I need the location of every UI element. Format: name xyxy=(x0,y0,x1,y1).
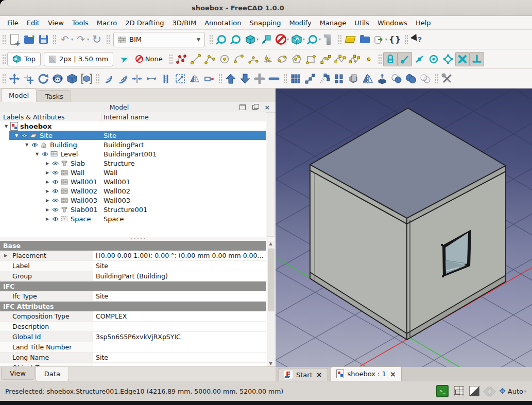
orientation-button[interactable]: ➤ xyxy=(116,52,131,66)
toolbar-grip[interactable] xyxy=(52,34,56,45)
view-cube-button[interactable] xyxy=(289,32,304,47)
tab-tasks[interactable]: Tasks xyxy=(38,90,71,102)
upgrade-button[interactable] xyxy=(224,72,238,86)
draft-polygon-button[interactable] xyxy=(289,52,304,66)
menu-tools[interactable]: Tools xyxy=(68,17,93,28)
toolbar-grip[interactable] xyxy=(2,73,6,84)
property-group-base[interactable]: Base xyxy=(0,241,266,251)
bim-utils-button[interactable] xyxy=(440,72,454,86)
export-button[interactable] xyxy=(372,32,386,47)
python-console-icon[interactable]: >_ xyxy=(436,385,449,397)
panel-splitter[interactable] xyxy=(0,237,276,241)
expander-icon[interactable]: ▼ xyxy=(13,133,20,138)
open-document-button[interactable] xyxy=(22,32,36,47)
close-tab-icon[interactable]: × xyxy=(316,371,322,379)
draw-style-icon[interactable] xyxy=(469,386,479,396)
visibility-eye-icon[interactable] xyxy=(50,170,60,175)
visibility-eye-icon[interactable] xyxy=(50,161,60,166)
redo-dropdown-caret[interactable]: ▾ xyxy=(87,37,89,42)
draft-line-button[interactable] xyxy=(188,52,203,66)
autogroup-button[interactable]: None xyxy=(131,52,167,66)
trim-extend-button[interactable] xyxy=(130,72,144,86)
draft-cubicbezier-button[interactable]: 3 xyxy=(347,52,362,66)
draft-arc-button[interactable] xyxy=(232,52,246,66)
visibility-eye-icon[interactable] xyxy=(50,180,60,184)
expander-icon[interactable]: ▶ xyxy=(44,198,50,203)
property-row-group[interactable]: Group BuildingPart (Building) xyxy=(0,271,266,281)
expander-icon[interactable]: ▶ xyxy=(44,207,50,212)
linewidth-button[interactable]: 2px | 3.50 mm xyxy=(44,52,113,66)
sync-view-button[interactable] xyxy=(259,32,273,47)
tab-shoebox-document[interactable]: shoebox : 1 × xyxy=(331,366,402,381)
sketch-button[interactable] xyxy=(174,52,188,66)
visibility-eye-icon[interactable] xyxy=(40,152,49,156)
property-row-placement[interactable]: ▶Placement [(0.00 0.00 1.00); 0.00 °; (0… xyxy=(0,251,266,261)
draft-bezier-button[interactable] xyxy=(333,52,347,66)
toolbar-grip[interactable] xyxy=(404,34,408,45)
tree-row-wall[interactable]: ▶ Wall Wall xyxy=(0,168,266,177)
menu-annotation[interactable]: Annotation xyxy=(200,17,245,28)
draft-polyline-button[interactable] xyxy=(203,52,217,66)
snap-endpoint-button[interactable] xyxy=(398,52,412,66)
tree-row-space[interactable]: ▶ Space Space xyxy=(0,214,266,223)
downgrade-button[interactable] xyxy=(238,72,252,86)
bim-part-button[interactable] xyxy=(343,32,357,47)
menu-edit[interactable]: Edit xyxy=(23,17,44,28)
scroll-up-icon[interactable]: ▲ xyxy=(269,241,272,246)
expander-icon[interactable]: ▼ xyxy=(34,152,40,156)
compound-button[interactable] xyxy=(79,72,94,86)
workbench-selector[interactable]: BIM ▼ xyxy=(113,32,205,47)
toolbar-grip[interactable] xyxy=(168,54,173,65)
expander-icon[interactable]: ▼ xyxy=(24,143,30,147)
cut-plane-button[interactable] xyxy=(346,72,361,86)
draft-ellipse-button[interactable] xyxy=(275,52,289,66)
zoom-tools-button[interactable] xyxy=(305,32,320,47)
point-array-button[interactable] xyxy=(332,72,346,86)
scrollbar-thumb[interactable] xyxy=(268,249,274,311)
polar-array-button[interactable] xyxy=(317,72,332,86)
menu-file[interactable]: File xyxy=(3,17,23,28)
property-row-label[interactable]: Label Site xyxy=(0,261,266,271)
array-button[interactable] xyxy=(288,72,303,86)
tab-start[interactable]: Start × xyxy=(279,368,328,381)
toolbar-grip[interactable] xyxy=(434,73,438,84)
tree-row-slab[interactable]: ▶ Slab Structure xyxy=(0,159,266,168)
menu-2d-drafting[interactable]: 2D Drafting xyxy=(121,17,168,28)
axonometric-dropdown-caret[interactable]: ▾ xyxy=(256,37,259,42)
property-row-land-title-number[interactable]: Land Title Number xyxy=(0,342,266,353)
expander-icon[interactable]: ▶ xyxy=(44,217,50,221)
3d-viewport[interactable] xyxy=(276,89,532,367)
menu-3d-bim[interactable]: 3D/BIM xyxy=(168,17,201,28)
close-tab-icon[interactable]: × xyxy=(390,370,396,378)
property-row-description[interactable]: Description xyxy=(0,322,266,332)
grid-toggle-icon[interactable] xyxy=(454,386,464,396)
snap-midpoint-button[interactable] xyxy=(412,52,426,66)
expander-icon[interactable]: ▶ xyxy=(44,170,50,175)
visibility-eye-icon[interactable] xyxy=(30,143,39,147)
visibility-eye-icon[interactable] xyxy=(20,133,29,138)
navigation-style-selector[interactable]: ✥ Auto ▾ xyxy=(499,386,527,396)
measure-button[interactable] xyxy=(321,32,336,47)
expander-icon[interactable]: ▶ xyxy=(44,161,50,166)
snap-center-button[interactable] xyxy=(426,52,441,66)
menu-help[interactable]: Help xyxy=(411,17,435,28)
undo-dropdown-caret[interactable]: ▾ xyxy=(71,37,73,42)
zoom-selection-button[interactable] xyxy=(229,32,243,47)
copy-move-button[interactable] xyxy=(22,72,36,86)
rotate-button[interactable] xyxy=(36,72,50,86)
menu-modify[interactable]: Modify xyxy=(285,17,316,28)
property-row-composition-type[interactable]: Composition Type COMPLEX xyxy=(0,311,266,322)
draft-bspline-button[interactable] xyxy=(318,52,333,66)
tree-row-wall001[interactable]: ▶ Wall001 Wall001 xyxy=(0,177,266,186)
property-group-ifc[interactable]: IFC xyxy=(0,281,266,291)
draft-arc3pt-button[interactable] xyxy=(246,52,261,66)
property-row-object-type[interactable]: Object Type xyxy=(0,363,266,366)
join-button[interactable] xyxy=(144,72,159,86)
offset-2d-button[interactable] xyxy=(115,72,130,86)
tree-scrollbar[interactable] xyxy=(267,112,274,237)
tree-row-site[interactable]: ▼ Site Site xyxy=(0,131,266,140)
snap-special-button[interactable] xyxy=(441,52,455,66)
tree-row-building[interactable]: ▼ Building BuildingPart xyxy=(0,140,266,149)
path-array-button[interactable] xyxy=(303,72,317,86)
menu-macro[interactable]: Macro xyxy=(93,17,121,28)
